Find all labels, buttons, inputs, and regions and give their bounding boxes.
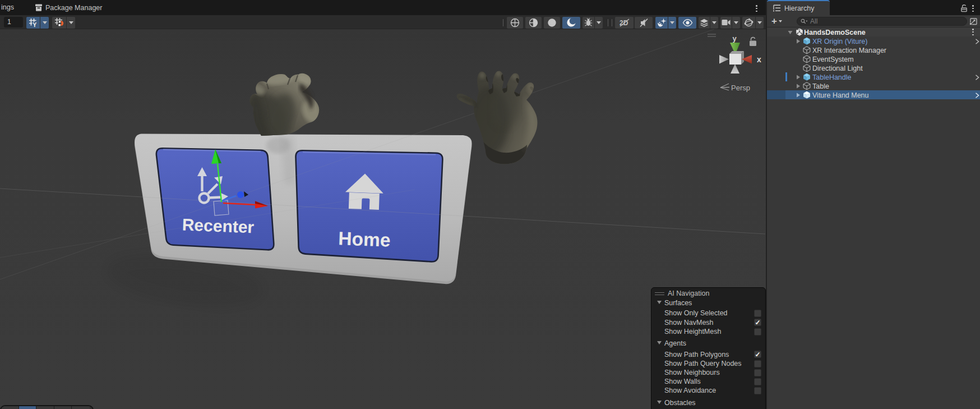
- checkbox[interactable]: ✓: [754, 360, 761, 367]
- gizmo-plane-handle[interactable]: [214, 200, 229, 215]
- scene-lighting-toggle[interactable]: [562, 17, 580, 29]
- foldout-collapsed-icon[interactable]: [796, 39, 801, 44]
- lock-icon[interactable]: [960, 4, 968, 12]
- checkbox[interactable]: ✓: [754, 328, 761, 336]
- hierarchy-row-table[interactable]: Table: [767, 81, 980, 90]
- scene-view-pane: ings Package Manager 1: [0, 0, 766, 409]
- tool-rotate-button[interactable]: [36, 406, 54, 409]
- toggle-show-neighbours[interactable]: Show Neighbours ✓: [651, 368, 765, 377]
- create-object-button[interactable]: +: [770, 16, 787, 26]
- hierarchy-search-field[interactable]: All: [797, 17, 967, 26]
- checkbox[interactable]: ✓: [754, 319, 761, 326]
- prefab-open-chevron[interactable]: [975, 39, 979, 44]
- toggle-show-walls[interactable]: Show Walls ✓: [651, 377, 765, 386]
- gizmos-dropdown[interactable]: [756, 17, 764, 29]
- tab-hierarchy[interactable]: Hierarchy: [767, 0, 830, 15]
- tab-project-settings-partial[interactable]: ings: [1, 0, 14, 15]
- hierarchy-row-eventsystem[interactable]: EventSystem: [767, 54, 980, 63]
- scene-row-menu-button[interactable]: [972, 29, 974, 35]
- draw-mode-shaded-wireframe-button[interactable]: [525, 17, 542, 29]
- camera-settings-button[interactable]: [720, 17, 732, 29]
- ai-navigation-header[interactable]: AI Navigation: [651, 289, 765, 298]
- tool-view-button[interactable]: [1, 406, 19, 409]
- chevron-down-icon: [757, 21, 762, 24]
- hierarchy-row-xr-interaction-manager[interactable]: XR Interaction Manager: [767, 45, 980, 54]
- section-obstacles[interactable]: Obstacles: [651, 398, 765, 407]
- section-label: Obstacles: [664, 398, 696, 407]
- foldout-triangle-icon: [657, 401, 662, 404]
- layers-dropdown[interactable]: [710, 17, 718, 29]
- toggle-show-avoidance[interactable]: Show Avoidance ✓: [651, 386, 765, 395]
- toggle-show-only-selected[interactable]: Show Only Selected ✓: [651, 309, 765, 318]
- checkbox[interactable]: ✓: [754, 351, 761, 358]
- layers-icon: [700, 19, 709, 27]
- scene-visibility-toggle[interactable]: [678, 17, 696, 29]
- tool-move-button[interactable]: [19, 406, 37, 409]
- scene-pane-menu-button[interactable]: [756, 5, 757, 12]
- snap-settings-button[interactable]: [52, 17, 66, 29]
- hierarchy-row-viture-hand-menu[interactable]: Viture Hand Menu: [767, 90, 980, 99]
- checkbox[interactable]: ✓: [754, 369, 761, 376]
- hierarchy-row-directional-light[interactable]: Directional Light: [767, 63, 980, 72]
- tool-rect-button[interactable]: [72, 406, 90, 409]
- home-button[interactable]: Home: [295, 150, 442, 261]
- scene-audio-toggle[interactable]: [635, 17, 653, 29]
- prefab-cube-icon: [803, 91, 811, 99]
- checkbox[interactable]: ✓: [754, 387, 761, 394]
- gizmos-button[interactable]: [742, 17, 755, 29]
- snap-settings-dropdown[interactable]: [67, 17, 75, 29]
- grid-visibility-button[interactable]: Y: [26, 17, 40, 29]
- grid-visibility-dropdown[interactable]: [40, 17, 49, 29]
- hierarchy-item-label: HandsDemoScene: [804, 29, 866, 36]
- 2d-off-icon: 2D: [618, 18, 631, 27]
- debug-draw-mode-dropdown[interactable]: [595, 17, 603, 29]
- hierarchy-row-scene[interactable]: HandsDemoScene: [767, 27, 980, 36]
- grid-y-icon: Y: [29, 18, 38, 27]
- foldout-collapsed-icon[interactable]: [796, 84, 801, 89]
- ai-navigation-overlay: AI Navigation Surfaces Show Only Selecte…: [651, 287, 766, 409]
- section-label: Surfaces: [664, 298, 692, 307]
- checkbox[interactable]: ✓: [754, 378, 761, 385]
- hierarchy-tab-icon: [773, 4, 781, 12]
- foldout-collapsed-icon[interactable]: [796, 93, 801, 98]
- toggle-label: Show Avoidance: [664, 386, 716, 395]
- foldout-collapsed-icon[interactable]: [796, 75, 801, 80]
- layers-button[interactable]: [699, 17, 710, 29]
- grid-size-field[interactable]: 1: [4, 17, 23, 27]
- 2d-view-toggle[interactable]: 2D: [615, 17, 634, 29]
- debug-draw-mode-button[interactable]: [583, 17, 594, 29]
- draw-mode-shaded-button[interactable]: [544, 17, 560, 29]
- hierarchy-row-tablehandle[interactable]: TableHandle: [767, 72, 980, 81]
- hierarchy-row-xr-origin[interactable]: XR Origin (Viture): [767, 36, 980, 45]
- toggle-show-heightmesh[interactable]: Show HeightMesh ✓: [651, 327, 765, 336]
- gizmos-sphere-icon: [744, 18, 754, 27]
- scene-effects-toggle[interactable]: [655, 17, 668, 29]
- camera-settings-dropdown[interactable]: [732, 17, 740, 29]
- section-surfaces[interactable]: Surfaces: [651, 298, 765, 307]
- checkbox[interactable]: ✓: [754, 310, 761, 317]
- search-placeholder: All: [810, 17, 817, 25]
- scene-effects-dropdown[interactable]: [668, 17, 676, 29]
- toggle-label: Show Neighbours: [664, 368, 720, 377]
- hierarchy-item-label: Viture Hand Menu: [812, 91, 869, 99]
- prefab-open-chevron[interactable]: [975, 93, 979, 98]
- hierarchy-item-label: TableHandle: [812, 73, 852, 81]
- tab-package-manager-label: Package Manager: [45, 4, 102, 12]
- foldout-expanded-icon[interactable]: [788, 30, 793, 35]
- shaded-wireframe-sphere-icon: [529, 18, 538, 27]
- new-window-icon[interactable]: [969, 17, 977, 25]
- toggle-show-path-polygons[interactable]: Show Path Polygons ✓: [651, 350, 765, 359]
- toggle-show-path-query-nodes[interactable]: Show Path Query Nodes ✓: [651, 359, 765, 368]
- gizmo-center-cube[interactable]: [729, 51, 744, 65]
- draw-mode-wireframe-button[interactable]: [507, 17, 523, 29]
- gizmo-z-ball[interactable]: [237, 191, 244, 198]
- eye-icon: [682, 19, 693, 27]
- section-agents[interactable]: Agents: [651, 339, 765, 348]
- unity-scene-icon: [796, 28, 803, 36]
- tool-scale-button[interactable]: [54, 406, 72, 409]
- prefab-open-chevron[interactable]: [975, 75, 979, 80]
- hierarchy-pane-menu-button[interactable]: [972, 5, 974, 12]
- tab-package-manager[interactable]: Package Manager: [35, 0, 102, 15]
- toolbar-drag-handle[interactable]: [608, 19, 612, 26]
- toggle-show-navmesh[interactable]: Show NavMesh ✓: [651, 318, 765, 327]
